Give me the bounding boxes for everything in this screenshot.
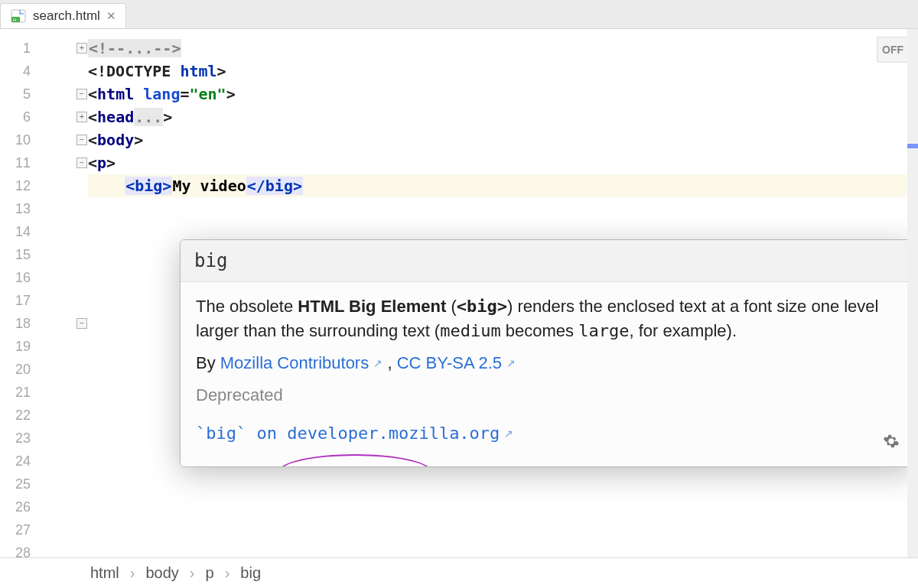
code-text: <!DOCTYPE	[88, 62, 180, 80]
code-text: <	[88, 108, 97, 126]
code-text: ...	[125, 39, 153, 57]
breadcrumb-item[interactable]: p	[206, 564, 214, 582]
scroll-marker	[907, 144, 918, 148]
line-number: 17	[0, 289, 31, 312]
code-text: head	[97, 108, 134, 126]
popup-description: The obsolete HTML Big Element (<big>) re…	[196, 294, 898, 343]
code-text: =	[180, 85, 189, 103]
code-text: <	[88, 85, 97, 103]
line-number: 13	[0, 197, 31, 220]
line-number: 14	[0, 220, 31, 243]
code-text: My video	[172, 177, 246, 195]
deprecated-label: Deprecated	[196, 383, 283, 408]
fold-toggle[interactable]	[76, 112, 87, 122]
svg-text:H: H	[13, 18, 16, 22]
vertical-scrollbar[interactable]	[907, 29, 918, 557]
code-text: big	[135, 177, 162, 195]
external-link-icon: ↗	[373, 357, 382, 369]
popup-body: The obsolete HTML Big Element (<big>) re…	[181, 282, 913, 466]
breadcrumb-bar: html › body › p › big	[0, 557, 918, 588]
documentation-popup: big The obsolete HTML Big Element (<big>…	[180, 239, 914, 467]
popup-title: big	[181, 240, 913, 282]
external-link-icon: ↗	[504, 427, 513, 440]
code-text: >	[293, 177, 302, 195]
editor: 1 4 5 6 10 11 12 13 14 15 16 17 18 19 20…	[0, 29, 918, 557]
code-text: >	[134, 131, 143, 149]
code-text: <!--	[89, 39, 125, 57]
file-tab[interactable]: H search.html ✕	[0, 3, 126, 28]
fold-toggle[interactable]	[76, 43, 87, 54]
line-number: 10	[0, 128, 31, 151]
close-icon[interactable]: ✕	[106, 9, 116, 23]
line-number: 12	[0, 174, 31, 197]
code-text: ...	[134, 108, 163, 126]
code-text: body	[97, 131, 134, 149]
breadcrumb-item[interactable]: html	[90, 564, 119, 582]
line-number-gutter: 1 4 5 6 10 11 12 13 14 15 16 17 18 19 20…	[0, 29, 38, 557]
chevron-right-icon: ›	[225, 564, 230, 582]
html-file-icon: H	[10, 8, 27, 24]
external-link-icon: ↗	[506, 357, 516, 369]
code-area[interactable]: OFF <!--...--> <!DOCTYPE html> <html lan…	[88, 29, 918, 557]
inspections-off-indicator[interactable]: OFF	[877, 37, 909, 63]
line-number: 27	[0, 518, 31, 541]
line-number: 1	[0, 37, 31, 60]
code-text: lang	[143, 85, 180, 103]
code-text: big	[265, 177, 293, 195]
breadcrumb-item[interactable]: big	[240, 564, 261, 582]
breadcrumb-item[interactable]: body	[145, 564, 178, 582]
popup-attribution: By Mozilla Contributors ↗ , CC BY-SA 2.5…	[196, 351, 898, 375]
fold-gutter	[38, 29, 88, 557]
line-number: 6	[0, 106, 31, 128]
chevron-right-icon: ›	[130, 564, 135, 582]
code-text: -->	[153, 39, 181, 57]
code-text: >	[226, 85, 236, 103]
line-number: 16	[0, 266, 31, 289]
line-number: 11	[0, 151, 31, 174]
code-text: >	[162, 177, 171, 195]
line-number: 22	[0, 404, 31, 427]
fold-toggle[interactable]	[76, 158, 87, 168]
line-number: 4	[0, 60, 31, 83]
line-number: 21	[0, 381, 31, 404]
code-text: </	[247, 177, 265, 195]
code-text: "en"	[189, 85, 226, 103]
tab-bar: H search.html ✕	[0, 0, 918, 29]
line-number: 19	[0, 335, 31, 358]
highlight-annotation	[278, 454, 431, 467]
fold-toggle[interactable]	[76, 135, 87, 145]
line-number: 26	[0, 495, 31, 518]
contributors-link[interactable]: Mozilla Contributors ↗	[220, 353, 383, 372]
line-number: 23	[0, 427, 31, 450]
code-text: <	[125, 177, 135, 195]
line-number: 24	[0, 450, 31, 473]
code-text: <	[88, 131, 97, 149]
code-text: html	[97, 85, 143, 103]
line-number: 15	[0, 243, 31, 266]
line-number: 25	[0, 473, 31, 495]
code-text: <	[88, 154, 97, 172]
license-link[interactable]: CC BY-SA 2.5 ↗	[397, 353, 516, 372]
code-text: >	[163, 108, 172, 126]
fold-toggle[interactable]	[76, 89, 87, 99]
line-number: 20	[0, 358, 31, 381]
line-number: 18	[0, 312, 31, 335]
chevron-right-icon: ›	[190, 564, 195, 582]
line-number: 5	[0, 83, 31, 106]
tab-filename: search.html	[33, 8, 100, 24]
fold-toggle[interactable]	[76, 318, 87, 329]
code-text: html	[180, 62, 216, 80]
code-text: >	[106, 154, 116, 172]
gear-icon[interactable]	[883, 432, 900, 456]
code-text: p	[97, 154, 106, 172]
code-text: >	[217, 62, 226, 80]
mdn-link[interactable]: `big` on developer.mozilla.org ↗	[196, 424, 513, 443]
